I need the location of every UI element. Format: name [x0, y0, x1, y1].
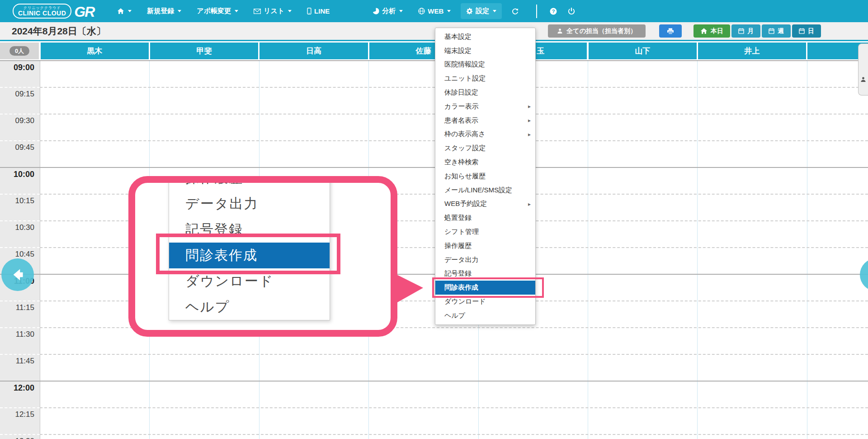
settings-menu-item[interactable]: 処置登録: [435, 211, 535, 225]
print-button[interactable]: [659, 24, 682, 38]
hour-line: [0, 167, 868, 168]
view-button-week[interactable]: 週: [762, 24, 791, 38]
topbar-separator: [536, 5, 537, 18]
caret-down-icon: [288, 10, 292, 12]
view-button-label: 日: [808, 27, 814, 35]
nav-settings[interactable]: 設定: [461, 3, 502, 19]
view-buttons: 本日月週日: [693, 24, 821, 38]
settings-menu-item[interactable]: ユニット設定: [435, 72, 535, 86]
quarter-line-timecol: [0, 434, 40, 435]
caret-down-icon: [178, 10, 181, 12]
quarter-line-timecol: [0, 87, 40, 88]
date-title: 2024年8月28日〔水〕: [12, 25, 106, 38]
caret-down-icon: [493, 10, 496, 12]
settings-menu-item-label: 空き枠検索: [444, 158, 531, 167]
settings-menu-item-label: スタッフ設定: [444, 144, 531, 153]
quarter-line-timecol: [0, 114, 40, 115]
nav-web[interactable]: WEB: [413, 4, 456, 19]
column-header-6[interactable]: 山下: [589, 43, 697, 59]
time-label-09:30: 09:30: [0, 116, 34, 125]
refresh-icon: [512, 8, 519, 14]
settings-menu-item[interactable]: データ出力: [435, 253, 535, 267]
submenu-arrow-icon: ▸: [528, 117, 531, 124]
settings-menu-item[interactable]: カラー表示▸: [435, 100, 535, 114]
settings-menu-item[interactable]: 記号登録: [435, 267, 535, 281]
logout-button[interactable]: [562, 4, 580, 19]
time-label-11:45: 11:45: [0, 357, 34, 366]
svg-text:?: ?: [552, 8, 555, 14]
settings-menu-item[interactable]: ヘルプ: [435, 309, 535, 323]
nav-label: リスト: [264, 7, 284, 15]
brand-logo[interactable]: クリニッククラウド CLINIC CLOUD GR: [13, 4, 94, 19]
settings-menu-item[interactable]: メール/LINE/SMS設定: [435, 183, 535, 197]
settings-menu-item[interactable]: お知らせ履歴: [435, 169, 535, 183]
column-header-7[interactable]: 井上: [698, 43, 806, 59]
nav-analysis[interactable]: 分析: [367, 3, 408, 19]
time-label-12:15: 12:15: [0, 410, 34, 419]
view-button-day[interactable]: 日: [792, 24, 821, 38]
callout-menu-item: 操作履歴: [169, 176, 330, 191]
header-strip: [0, 40, 868, 41]
settings-menu-item-label: 枠の表示高さ: [444, 130, 528, 138]
quarter-line-timecol: [0, 354, 40, 355]
view-button-month[interactable]: 月: [731, 24, 760, 38]
settings-menu-item[interactable]: 患者名表示▸: [435, 114, 535, 128]
side-drawer-handle[interactable]: [858, 43, 868, 95]
settings-menu-item[interactable]: シフト管理: [435, 225, 535, 239]
quarter-line-timecol: [0, 407, 40, 408]
nav-label: LINE: [314, 7, 330, 15]
column-header-2[interactable]: 甲斐: [150, 43, 258, 59]
help-icon: ?: [550, 8, 557, 15]
settings-menu-item[interactable]: 医院情報設定: [435, 58, 535, 72]
nav-line[interactable]: LINE: [302, 4, 335, 19]
settings-menu-item-label: 問診表作成: [444, 283, 531, 292]
nav-appointment-book-change[interactable]: アポ帳変更: [191, 3, 244, 19]
settings-menu-item[interactable]: 端末設定: [435, 44, 535, 58]
settings-menu-item-label: シフト管理: [444, 228, 531, 236]
quarter-line-timecol: [0, 194, 40, 195]
quarter-line-timecol: [0, 247, 40, 248]
quarter-line: [40, 434, 868, 435]
time-label-10:15: 10:15: [0, 196, 34, 205]
quarter-line: [40, 354, 868, 355]
settings-menu-item[interactable]: 枠の表示高さ▸: [435, 128, 535, 142]
brand-suffix: GR: [74, 5, 94, 19]
settings-menu-item[interactable]: ダウンロード: [435, 295, 535, 309]
nav-label: 分析: [382, 7, 396, 15]
column-separator: [588, 60, 588, 439]
nav-new-registration[interactable]: 新規登録: [142, 3, 187, 19]
settings-menu-item[interactable]: 基本設定: [435, 30, 535, 44]
column-separator: [40, 60, 40, 439]
time-label-10:30: 10:30: [0, 223, 34, 232]
settings-menu-item[interactable]: 問診表作成: [435, 281, 535, 295]
topbar: クリニッククラウド CLINIC CLOUD GR 新規登録アポ帳変更リストLI…: [0, 0, 868, 22]
settings-menu-item[interactable]: WEB予約設定▸: [435, 197, 535, 211]
settings-menu-item[interactable]: スタッフ設定: [435, 141, 535, 155]
nav-home[interactable]: [112, 4, 137, 18]
gear-icon: [466, 8, 473, 14]
hour-line: [0, 60, 868, 61]
callout-menu: 操作履歴データ出力記号登録問診表作成ダウンロードヘルプ: [169, 176, 330, 320]
column-header-1[interactable]: 黒木: [41, 43, 149, 59]
printer-icon: [667, 28, 674, 34]
home-icon: [700, 28, 708, 34]
time-label-09:45: 09:45: [0, 143, 34, 152]
settings-menu-item-label: ユニット設定: [444, 74, 531, 83]
calendar-icon: [738, 28, 744, 34]
nav-list[interactable]: リスト: [248, 3, 297, 19]
callout-bubble: 操作履歴データ出力記号登録問診表作成ダウンロードヘルプ: [128, 176, 397, 337]
nav-refresh[interactable]: [506, 4, 524, 18]
datebar: 2024年8月28日〔水〕 全ての担当（担当者別） 本日月週日: [0, 22, 868, 40]
settings-dropdown: 基本設定端末設定医院情報設定ユニット設定休診日設定カラー表示▸患者名表示▸枠の表…: [435, 28, 536, 325]
view-button-today[interactable]: 本日: [693, 24, 730, 38]
column-header-3[interactable]: 日高: [259, 43, 368, 59]
settings-menu-item-label: 記号登録: [444, 269, 531, 278]
staff-filter-button[interactable]: 全ての担当（担当者別）: [548, 24, 646, 38]
settings-menu-item[interactable]: 休診日設定: [435, 86, 535, 100]
settings-menu-item[interactable]: 操作履歴: [435, 239, 535, 253]
help-button[interactable]: ?: [544, 4, 562, 19]
settings-menu-item[interactable]: 空き枠検索: [435, 155, 535, 169]
nav-label: 設定: [476, 7, 489, 15]
settings-menu-item-label: 医院情報設定: [444, 60, 531, 69]
prev-day-button[interactable]: [1, 258, 34, 291]
